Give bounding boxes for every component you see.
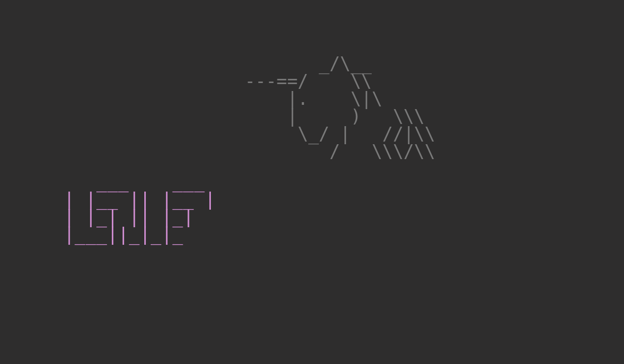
ascii-banner-right: _/\__ ---==/ \\ |. \|\ | ) \\\ \_/ | //|…: [224, 55, 456, 160]
ascii-banner-left: ___ ___ | |__ || |__ | | |_| || |_| |___…: [64, 173, 216, 243]
